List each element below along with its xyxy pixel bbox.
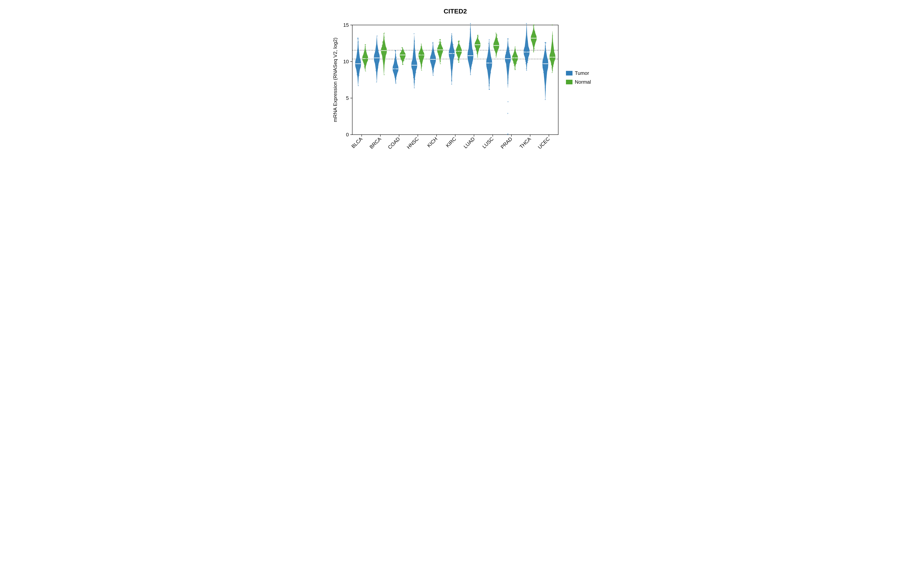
data-point xyxy=(384,74,384,75)
data-point xyxy=(471,68,472,69)
data-point xyxy=(384,33,385,34)
data-point xyxy=(514,65,515,66)
x-tick-label: HNSC xyxy=(405,136,420,150)
data-point xyxy=(528,60,528,61)
data-point xyxy=(377,35,378,36)
data-point xyxy=(478,36,479,37)
data-point xyxy=(478,37,478,38)
data-point xyxy=(545,42,546,43)
data-point xyxy=(396,82,396,82)
data-point xyxy=(414,87,415,88)
data-point xyxy=(533,52,534,53)
data-point xyxy=(438,45,439,46)
data-point xyxy=(451,84,452,85)
tumor-violin xyxy=(542,42,548,100)
data-point xyxy=(383,41,383,42)
data-point xyxy=(552,69,552,69)
data-point xyxy=(507,134,509,134)
x-tick-label: LUAD xyxy=(462,136,476,150)
data-point xyxy=(496,57,496,58)
x-tick-label: COAD xyxy=(387,136,401,150)
data-point xyxy=(421,44,422,44)
y-tick-label: 15 xyxy=(343,22,349,28)
normal-violin xyxy=(493,33,499,57)
normal-violin xyxy=(475,35,480,57)
data-point xyxy=(526,23,527,24)
x-tick-label: KIRC xyxy=(445,136,457,148)
data-point xyxy=(507,113,508,114)
data-point xyxy=(420,61,420,61)
tumor-violin xyxy=(355,38,361,85)
data-point xyxy=(533,26,534,27)
data-point xyxy=(552,72,552,73)
x-tick-label: PRAD xyxy=(499,136,514,150)
normal-violin xyxy=(549,31,556,73)
data-point xyxy=(440,63,441,64)
legend-label-tumor: Tumor xyxy=(575,70,589,76)
data-point xyxy=(551,67,552,68)
tumor-violin xyxy=(430,42,436,76)
data-point xyxy=(479,41,480,42)
data-point xyxy=(458,60,459,60)
x-tick-label: BLCA xyxy=(351,136,364,150)
data-point xyxy=(365,71,366,71)
data-point xyxy=(382,45,383,46)
y-tick-label: 10 xyxy=(343,59,349,64)
normal-violin xyxy=(531,25,537,52)
chart-title: CITED2 xyxy=(444,8,467,15)
data-point xyxy=(421,70,422,71)
data-point xyxy=(401,50,402,51)
data-point xyxy=(470,74,471,75)
data-point xyxy=(488,43,489,44)
tumor-violin xyxy=(467,23,473,75)
x-tick-label: THCA xyxy=(519,136,532,150)
data-point xyxy=(396,79,397,79)
normal-violin xyxy=(381,33,387,75)
data-point xyxy=(358,85,359,86)
normal-violin xyxy=(456,41,462,62)
data-point xyxy=(534,48,535,49)
y-axis-label: mRNA Expression (RNASeq V2, log2) xyxy=(332,37,338,122)
tumor-violin xyxy=(393,51,399,84)
data-point xyxy=(382,42,383,43)
data-point xyxy=(433,43,433,44)
normal-violin xyxy=(437,40,443,64)
data-point xyxy=(404,50,404,51)
data-point xyxy=(451,37,452,37)
normal-violin xyxy=(362,45,368,71)
x-tick-label: LUSC xyxy=(481,136,495,150)
data-point xyxy=(526,68,527,69)
data-point xyxy=(403,49,404,50)
y-tick-label: 5 xyxy=(346,95,349,101)
data-point xyxy=(507,102,509,102)
data-point xyxy=(525,63,526,64)
tumor-violin xyxy=(505,39,511,88)
data-point xyxy=(497,35,498,36)
data-point xyxy=(489,39,490,40)
data-point xyxy=(433,42,433,43)
tumor-violin xyxy=(486,40,492,89)
legend-swatch-normal xyxy=(566,80,572,84)
data-point xyxy=(513,63,514,63)
y-tick-label: 0 xyxy=(346,132,349,137)
data-point xyxy=(413,77,414,78)
data-point xyxy=(376,82,377,82)
data-point xyxy=(414,79,415,80)
data-point xyxy=(441,42,441,43)
x-tick-label: UCEC xyxy=(537,136,551,150)
data-point xyxy=(396,57,397,58)
data-point xyxy=(476,50,477,50)
data-point xyxy=(433,75,434,76)
data-point xyxy=(439,42,439,43)
data-point xyxy=(470,23,471,24)
data-point xyxy=(458,42,459,42)
data-point xyxy=(364,68,365,68)
chart-container: CITED2051015mRNA Expression (RNASeq V2, … xyxy=(327,0,597,168)
tumor-violin xyxy=(523,23,530,70)
data-point xyxy=(515,47,515,47)
data-point xyxy=(414,34,414,34)
data-point xyxy=(477,53,477,54)
data-point xyxy=(496,33,496,34)
data-point xyxy=(515,49,516,50)
data-point xyxy=(396,83,396,84)
